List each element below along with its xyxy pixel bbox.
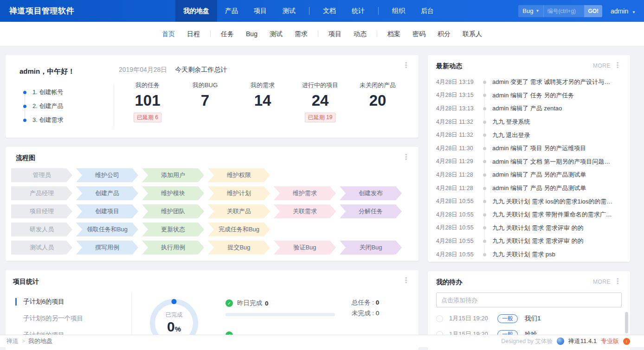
- flow-step-cell[interactable]: 关闭Bug: [340, 241, 402, 255]
- activity-item[interactable]: 4月28日 11:32 九九 退出登录: [436, 128, 622, 142]
- step-label: 2. 创建产品: [32, 102, 63, 110]
- flow-step-cell[interactable]: 创建产品: [76, 186, 138, 200]
- upgrade-icon[interactable]: ↑: [623, 338, 630, 345]
- panel-menu-icon[interactable]: ⋮: [612, 277, 623, 286]
- flow-step-cell[interactable]: 维护权限: [208, 168, 270, 182]
- nav-item[interactable]: 统计: [344, 0, 373, 22]
- activity-item[interactable]: 4月28日 11:30 admin 编辑了 项目 另的产运维项目: [436, 142, 622, 155]
- timeline-dot-icon: [483, 81, 486, 84]
- add-todo-input[interactable]: [436, 293, 622, 307]
- stat-column[interactable]: 进行中的项目 24 已延期 19: [291, 81, 349, 122]
- flow-step-cell[interactable]: 提交Bug: [208, 241, 270, 255]
- onboarding-step[interactable]: 2. 创建产品: [23, 99, 114, 113]
- search-input[interactable]: [543, 5, 584, 17]
- subnav-item[interactable]: 联系人: [457, 22, 488, 46]
- subnav-item[interactable]: 首页: [156, 22, 181, 46]
- flow-step-cell[interactable]: 领取任务和Bug: [76, 223, 138, 236]
- flow-step-cell[interactable]: 关联需求: [274, 204, 336, 218]
- flow-step-cell[interactable]: 分解任务: [340, 204, 402, 218]
- project-list-item[interactable]: 子计划6的项目: [13, 293, 131, 310]
- dynamics-panel: 最新动态 MORE ⋮ 4月28日 13:19 admin 变更了 需求 诚聘英…: [428, 55, 630, 262]
- subnav-item[interactable]: 项目: [322, 22, 348, 46]
- onboarding-step[interactable]: 1. 创建帐号: [23, 85, 114, 99]
- nav-item[interactable]: 项目: [246, 0, 275, 22]
- activity-item[interactable]: 4月28日 10:55 九九 关联计划 需求 需求评审 的的: [436, 235, 622, 248]
- flow-step-cell[interactable]: 验证Bug: [274, 241, 336, 255]
- subnav-item[interactable]: 任务: [215, 22, 240, 46]
- flow-step-cell[interactable]: 关联产品: [208, 204, 270, 218]
- stat-column[interactable]: 未关闭的产品 20: [349, 81, 406, 122]
- activity-item[interactable]: 4月28日 13:19 admin 变更了 需求 诚聘英才另的产设计与…: [436, 76, 622, 89]
- flow-step-cell[interactable]: 维护团队: [142, 204, 204, 218]
- activity-text: 九九 关联计划 需求 带附件重命名的需求广…: [492, 210, 612, 219]
- onboarding-step[interactable]: 3. 创建需求: [23, 113, 114, 127]
- activity-time: 4月28日 13:15: [436, 91, 479, 99]
- activity-time: 4月28日 10:55: [436, 197, 479, 205]
- breadcrumb-root[interactable]: 禅道: [6, 337, 19, 345]
- activity-item[interactable]: 4月28日 10:55 九九 关联计划 需求 需求评审 的的: [436, 222, 622, 235]
- donut-marker-icon: [172, 299, 177, 304]
- panel-menu-icon[interactable]: ⋮: [612, 61, 623, 70]
- nav-item[interactable]: 文档: [315, 0, 344, 22]
- timeline-dot-icon: [483, 94, 486, 97]
- activity-item[interactable]: 4月28日 11:28 admin 编辑了 产品 另的产品测试单: [436, 182, 622, 195]
- panel-menu-icon[interactable]: ⋮: [400, 61, 412, 70]
- activity-item[interactable]: 4月28日 13:15 admin 编辑了 任务 另的产任务: [436, 89, 622, 102]
- flow-step-cell[interactable]: 创建项目: [76, 204, 138, 218]
- edition-label[interactable]: 专业版: [601, 337, 619, 345]
- activity-item[interactable]: 4月28日 10:55 九九 关联计划 需求 带附件重命名的需求广…: [436, 208, 622, 222]
- donut-unit: %: [175, 325, 181, 333]
- subnav-item[interactable]: 档案: [381, 22, 406, 46]
- search-module-select[interactable]: Bug ▼: [518, 5, 543, 17]
- flow-step-cell[interactable]: 添加用户: [142, 168, 204, 182]
- subnav-group: 任务 Bug 测试 需求: [206, 22, 314, 46]
- stat-column[interactable]: 我的任务 101 已延期 6: [119, 81, 176, 122]
- activity-item[interactable]: 4月28日 11:29 admin 编辑了 文档 第一期另的产项目问题…: [436, 155, 622, 169]
- flow-role-cell: 测试人员: [11, 241, 72, 255]
- todo-text[interactable]: 我们1: [525, 314, 541, 323]
- current-date: 2019年04月28日: [119, 66, 167, 73]
- activity-item[interactable]: 4月28日 10:55 九九 关联计划 需求 psb: [436, 248, 622, 261]
- todo-checkbox[interactable]: [436, 315, 443, 322]
- flow-step-cell[interactable]: 更新状态: [142, 223, 204, 236]
- app-version[interactable]: 禅道11.4.1: [568, 337, 597, 345]
- flow-step-cell[interactable]: 创建发布: [340, 186, 402, 200]
- panel-menu-icon[interactable]: ⋮: [400, 153, 412, 162]
- flow-step-cell[interactable]: 维护模块: [142, 186, 204, 200]
- nav-item[interactable]: 我的地盘: [175, 0, 217, 22]
- priority-badge: 一般: [497, 314, 518, 323]
- footer: 禅道 > 我的地盘 Designed by 艾体验 禅道11.4.1 专业版 ↑: [0, 335, 644, 347]
- flow-step-cell[interactable]: 执行用例: [142, 241, 204, 255]
- nav-item[interactable]: 产品: [217, 0, 246, 22]
- flow-step-cell[interactable]: 维护公司: [76, 168, 138, 182]
- scrollbar[interactable]: [625, 312, 628, 333]
- search-go-button[interactable]: GO!: [584, 5, 602, 17]
- flow-step-cell[interactable]: 撰写用例: [76, 241, 138, 255]
- nav-item[interactable]: 后台: [413, 0, 442, 22]
- user-menu[interactable]: admin ▼: [611, 7, 636, 15]
- activity-item[interactable]: 4月28日 11:32 九九 登录系统: [436, 115, 622, 129]
- stat-column[interactable]: 我的需求 14: [234, 81, 291, 122]
- donut-label: 已完成: [155, 311, 193, 319]
- flow-step-cell[interactable]: 维护计划: [208, 186, 270, 200]
- activity-item[interactable]: 4月28日 10:55 九九 关联计划 需求 ios的的需求1ios的的需…: [436, 195, 622, 208]
- subnav-item[interactable]: 积分: [431, 22, 457, 46]
- panel-menu-icon[interactable]: ⋮: [400, 276, 412, 285]
- activity-item[interactable]: 4月28日 11:28 admin 编辑了 产品 另的产品测试单: [436, 168, 622, 182]
- more-link[interactable]: MORE: [593, 63, 611, 69]
- designed-by: Designed by 艾体验: [501, 337, 552, 345]
- flow-step-cell[interactable]: 完成任务和Bug: [208, 223, 270, 236]
- more-link[interactable]: MORE: [593, 279, 611, 285]
- nav-item[interactable]: 组织: [384, 0, 413, 22]
- subnav-item[interactable]: 密码: [406, 22, 431, 46]
- stat-column[interactable]: 我的BUG 7: [176, 81, 234, 122]
- subnav-item[interactable]: 日程: [181, 22, 206, 46]
- subnav-item[interactable]: 动态: [348, 22, 373, 46]
- project-list-item[interactable]: 子计划5的另一个项目: [13, 310, 131, 327]
- subnav-item[interactable]: 需求: [289, 22, 314, 46]
- activity-item[interactable]: 4月28日 13:13 admin 编辑了 产品 zentao: [436, 102, 622, 115]
- nav-item[interactable]: 测试: [275, 0, 303, 22]
- subnav-item[interactable]: Bug: [240, 22, 264, 46]
- flow-step-cell[interactable]: 维护需求: [274, 186, 336, 200]
- subnav-item[interactable]: 测试: [264, 22, 289, 46]
